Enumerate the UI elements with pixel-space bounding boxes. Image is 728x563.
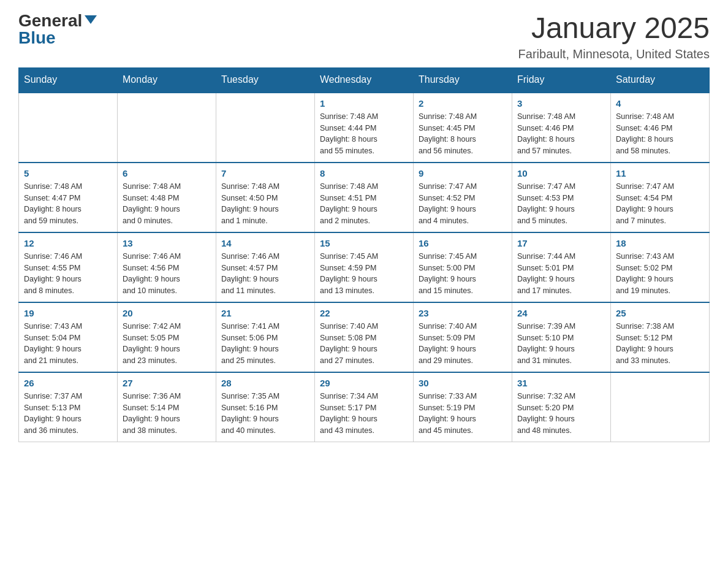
- day-info: Sunrise: 7:46 AMSunset: 4:57 PMDaylight:…: [221, 251, 309, 297]
- day-header-saturday: Saturday: [611, 67, 710, 92]
- day-number: 21: [221, 308, 309, 318]
- day-info: Sunrise: 7:34 AMSunset: 5:17 PMDaylight:…: [320, 391, 408, 437]
- day-number: 23: [419, 308, 507, 318]
- calendar-cell: 29Sunrise: 7:34 AMSunset: 5:17 PMDayligh…: [315, 372, 414, 442]
- day-info: Sunrise: 7:37 AMSunset: 5:13 PMDaylight:…: [24, 391, 112, 437]
- calendar-cell: 5Sunrise: 7:48 AMSunset: 4:47 PMDaylight…: [19, 163, 118, 232]
- day-header-sunday: Sunday: [19, 67, 118, 92]
- day-info: Sunrise: 7:48 AMSunset: 4:48 PMDaylight:…: [123, 181, 211, 227]
- calendar-cell: 13Sunrise: 7:46 AMSunset: 4:56 PMDayligh…: [118, 232, 216, 302]
- day-info: Sunrise: 7:45 AMSunset: 4:59 PMDaylight:…: [320, 251, 408, 297]
- calendar-cell: 15Sunrise: 7:45 AMSunset: 4:59 PMDayligh…: [315, 232, 414, 302]
- day-number: 22: [320, 308, 408, 318]
- day-info: Sunrise: 7:48 AMSunset: 4:51 PMDaylight:…: [320, 181, 408, 227]
- calendar-cell: 23Sunrise: 7:40 AMSunset: 5:09 PMDayligh…: [414, 302, 512, 372]
- calendar-table: SundayMondayTuesdayWednesdayThursdayFrid…: [18, 67, 710, 442]
- day-number: 15: [320, 238, 408, 248]
- day-header-tuesday: Tuesday: [216, 67, 315, 92]
- calendar-cell: [118, 92, 216, 163]
- calendar-cell: [19, 92, 118, 163]
- calendar-cell: 3Sunrise: 7:48 AMSunset: 4:46 PMDaylight…: [512, 92, 611, 163]
- calendar-week-row: 5Sunrise: 7:48 AMSunset: 4:47 PMDaylight…: [19, 163, 710, 232]
- day-info: Sunrise: 7:47 AMSunset: 4:54 PMDaylight:…: [616, 181, 704, 227]
- day-info: Sunrise: 7:46 AMSunset: 4:55 PMDaylight:…: [24, 251, 112, 297]
- day-info: Sunrise: 7:48 AMSunset: 4:47 PMDaylight:…: [24, 181, 112, 227]
- day-number: 19: [24, 308, 112, 318]
- day-info: Sunrise: 7:48 AMSunset: 4:46 PMDaylight:…: [517, 111, 605, 157]
- day-info: Sunrise: 7:43 AMSunset: 5:02 PMDaylight:…: [616, 251, 704, 297]
- day-info: Sunrise: 7:38 AMSunset: 5:12 PMDaylight:…: [616, 321, 704, 367]
- day-info: Sunrise: 7:41 AMSunset: 5:06 PMDaylight:…: [221, 321, 309, 367]
- day-number: 29: [320, 378, 408, 388]
- calendar-cell: [216, 92, 315, 163]
- calendar-week-row: 1Sunrise: 7:48 AMSunset: 4:44 PMDaylight…: [19, 92, 710, 163]
- calendar-cell: 25Sunrise: 7:38 AMSunset: 5:12 PMDayligh…: [611, 302, 710, 372]
- calendar-cell: 21Sunrise: 7:41 AMSunset: 5:06 PMDayligh…: [216, 302, 315, 372]
- day-number: 5: [24, 168, 112, 178]
- calendar-cell: 18Sunrise: 7:43 AMSunset: 5:02 PMDayligh…: [611, 232, 710, 302]
- day-info: Sunrise: 7:43 AMSunset: 5:04 PMDaylight:…: [24, 321, 112, 367]
- day-number: 24: [517, 308, 605, 318]
- logo-blue-text: Blue: [18, 29, 56, 47]
- day-number: 26: [24, 378, 112, 388]
- calendar-cell: 9Sunrise: 7:47 AMSunset: 4:52 PMDaylight…: [414, 163, 512, 232]
- day-info: Sunrise: 7:47 AMSunset: 4:52 PMDaylight:…: [419, 181, 507, 227]
- day-number: 6: [123, 168, 211, 178]
- day-number: 30: [419, 378, 507, 388]
- day-number: 7: [221, 168, 309, 178]
- day-header-friday: Friday: [512, 67, 611, 92]
- day-info: Sunrise: 7:48 AMSunset: 4:45 PMDaylight:…: [419, 111, 507, 157]
- day-number: 1: [320, 98, 408, 109]
- calendar-cell: 7Sunrise: 7:48 AMSunset: 4:50 PMDaylight…: [216, 163, 315, 232]
- day-number: 2: [419, 98, 507, 109]
- calendar-cell: 1Sunrise: 7:48 AMSunset: 4:44 PMDaylight…: [315, 92, 414, 163]
- day-number: 3: [517, 98, 605, 109]
- calendar-week-row: 26Sunrise: 7:37 AMSunset: 5:13 PMDayligh…: [19, 372, 710, 442]
- calendar-cell: 6Sunrise: 7:48 AMSunset: 4:48 PMDaylight…: [118, 163, 216, 232]
- day-number: 9: [419, 168, 507, 178]
- day-number: 27: [123, 378, 211, 388]
- day-number: 25: [616, 308, 704, 318]
- day-number: 8: [320, 168, 408, 178]
- day-info: Sunrise: 7:32 AMSunset: 5:20 PMDaylight:…: [517, 391, 605, 437]
- calendar-header-row: SundayMondayTuesdayWednesdayThursdayFrid…: [19, 67, 710, 92]
- day-info: Sunrise: 7:33 AMSunset: 5:19 PMDaylight:…: [419, 391, 507, 437]
- calendar-week-row: 12Sunrise: 7:46 AMSunset: 4:55 PMDayligh…: [19, 232, 710, 302]
- calendar-cell: 12Sunrise: 7:46 AMSunset: 4:55 PMDayligh…: [19, 232, 118, 302]
- calendar-cell: 22Sunrise: 7:40 AMSunset: 5:08 PMDayligh…: [315, 302, 414, 372]
- day-number: 31: [517, 378, 605, 388]
- day-info: Sunrise: 7:39 AMSunset: 5:10 PMDaylight:…: [517, 321, 605, 367]
- day-number: 4: [616, 98, 704, 109]
- day-number: 13: [123, 238, 211, 248]
- day-info: Sunrise: 7:44 AMSunset: 5:01 PMDaylight:…: [517, 251, 605, 297]
- day-header-monday: Monday: [118, 67, 216, 92]
- calendar-cell: 20Sunrise: 7:42 AMSunset: 5:05 PMDayligh…: [118, 302, 216, 372]
- day-info: Sunrise: 7:40 AMSunset: 5:08 PMDaylight:…: [320, 321, 408, 367]
- calendar-cell: 10Sunrise: 7:47 AMSunset: 4:53 PMDayligh…: [512, 163, 611, 232]
- day-info: Sunrise: 7:36 AMSunset: 5:14 PMDaylight:…: [123, 391, 211, 437]
- day-info: Sunrise: 7:42 AMSunset: 5:05 PMDaylight:…: [123, 321, 211, 367]
- day-number: 14: [221, 238, 309, 248]
- calendar-title: January 2025: [518, 12, 710, 45]
- day-number: 28: [221, 378, 309, 388]
- day-header-wednesday: Wednesday: [315, 67, 414, 92]
- day-number: 18: [616, 238, 704, 248]
- calendar-cell: 27Sunrise: 7:36 AMSunset: 5:14 PMDayligh…: [118, 372, 216, 442]
- day-info: Sunrise: 7:48 AMSunset: 4:44 PMDaylight:…: [320, 111, 408, 157]
- calendar-cell: 28Sunrise: 7:35 AMSunset: 5:16 PMDayligh…: [216, 372, 315, 442]
- calendar-cell: 8Sunrise: 7:48 AMSunset: 4:51 PMDaylight…: [315, 163, 414, 232]
- calendar-cell: 16Sunrise: 7:45 AMSunset: 5:00 PMDayligh…: [414, 232, 512, 302]
- logo-general-text: General: [18, 12, 82, 29]
- day-info: Sunrise: 7:48 AMSunset: 4:50 PMDaylight:…: [221, 181, 309, 227]
- logo-triangle-icon: [85, 15, 97, 24]
- logo: General Blue: [18, 12, 97, 47]
- calendar-cell: 26Sunrise: 7:37 AMSunset: 5:13 PMDayligh…: [19, 372, 118, 442]
- calendar-cell: 31Sunrise: 7:32 AMSunset: 5:20 PMDayligh…: [512, 372, 611, 442]
- calendar-cell: 24Sunrise: 7:39 AMSunset: 5:10 PMDayligh…: [512, 302, 611, 372]
- calendar-cell: 4Sunrise: 7:48 AMSunset: 4:46 PMDaylight…: [611, 92, 710, 163]
- day-number: 20: [123, 308, 211, 318]
- calendar-subtitle: Faribault, Minnesota, United States: [518, 47, 710, 61]
- day-number: 12: [24, 238, 112, 248]
- day-info: Sunrise: 7:46 AMSunset: 4:56 PMDaylight:…: [123, 251, 211, 297]
- day-header-thursday: Thursday: [414, 67, 512, 92]
